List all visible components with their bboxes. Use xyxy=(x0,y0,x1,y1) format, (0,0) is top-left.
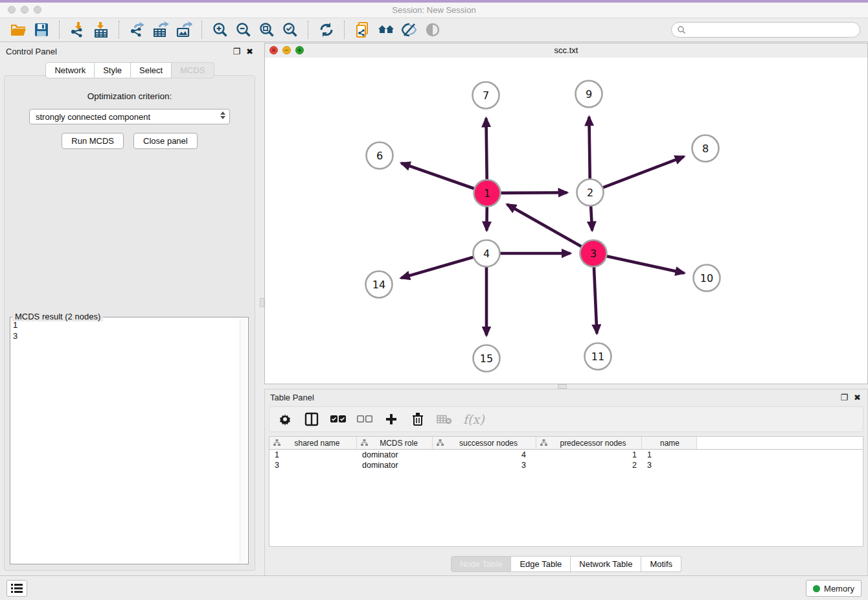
zoom-out-icon[interactable] xyxy=(234,20,253,40)
export-network-icon[interactable] xyxy=(128,20,147,40)
graph-node-11[interactable]: 11 xyxy=(585,343,611,370)
table-cell[interactable]: 2 xyxy=(536,460,642,470)
graph-edge-1-2[interactable] xyxy=(496,192,567,193)
graph-edge-1-7[interactable] xyxy=(486,118,486,183)
table-panel-title: Table Panel xyxy=(270,393,314,402)
mcds-panel-body: Optimization criterion: strongly connect… xyxy=(4,75,255,571)
table-cell[interactable]: 1 xyxy=(269,450,357,460)
table-cell[interactable]: 3 xyxy=(269,460,357,470)
network-graph[interactable]: 7968124314101511 xyxy=(265,58,867,384)
table-cell[interactable]: 1 xyxy=(536,450,642,460)
svg-text:10: 10 xyxy=(700,272,713,284)
table-cell[interactable]: dominator xyxy=(357,450,433,460)
splitter-grip[interactable] xyxy=(260,298,264,307)
status-bar: Memory xyxy=(0,575,868,600)
tab-edge-table[interactable]: Edge Table xyxy=(511,556,571,572)
deselect-all-icon[interactable] xyxy=(357,411,372,427)
network-view-window: × − + scc.txt 7968124314101511 xyxy=(264,43,868,384)
select-all-icon[interactable] xyxy=(330,411,346,427)
table-cell[interactable]: 1 xyxy=(642,450,697,460)
import-network-icon[interactable] xyxy=(68,20,87,40)
graph-node-1[interactable]: 1 xyxy=(474,180,501,207)
result-scrollbar[interactable] xyxy=(240,319,247,562)
refresh-icon[interactable] xyxy=(317,20,336,40)
graph-edge-3-10[interactable] xyxy=(602,255,684,273)
column-header-name[interactable]: name xyxy=(642,437,697,449)
zoom-selected-icon[interactable] xyxy=(280,20,300,40)
svg-text:6: 6 xyxy=(376,150,383,162)
tab-network[interactable]: Network xyxy=(45,62,95,78)
horizontal-splitter[interactable] xyxy=(264,384,868,389)
toolbar-separator xyxy=(344,21,345,39)
graph-edge-3-1[interactable] xyxy=(507,205,586,249)
tab-select[interactable]: Select xyxy=(131,62,172,78)
graph-node-9[interactable]: 9 xyxy=(576,81,602,108)
close-panel-button[interactable]: Close panel xyxy=(133,133,198,149)
graph-node-10[interactable]: 10 xyxy=(694,265,720,292)
tab-mcds[interactable]: MCDS xyxy=(172,62,214,78)
hide-style-icon[interactable] xyxy=(400,20,419,40)
tab-style[interactable]: Style xyxy=(95,62,131,78)
mcds-result-text: 1 3 xyxy=(13,319,240,562)
open-file-icon[interactable] xyxy=(8,20,28,40)
float-panel-icon[interactable]: ❐ xyxy=(233,47,240,56)
column-header-shared-name[interactable]: shared name xyxy=(269,437,357,449)
graph-edge-4-14[interactable] xyxy=(401,256,477,278)
duplicate-network-icon[interactable] xyxy=(353,20,372,40)
search-box[interactable] xyxy=(671,22,860,38)
table-cell[interactable]: 3 xyxy=(642,460,697,470)
optimization-criterion-select[interactable]: strongly connected component xyxy=(29,109,230,124)
svg-text:15: 15 xyxy=(480,352,493,365)
split-columns-icon[interactable] xyxy=(304,411,319,427)
graph-edge-3-11[interactable] xyxy=(594,262,597,333)
delete-column-icon[interactable] xyxy=(410,411,426,427)
graph-node-15[interactable]: 15 xyxy=(474,345,500,372)
table-settings-icon[interactable] xyxy=(277,411,293,427)
close-panel-icon[interactable]: ✖ xyxy=(854,393,861,402)
export-image-icon[interactable] xyxy=(174,20,194,40)
zoom-in-icon[interactable] xyxy=(211,20,230,40)
column-header-successor-nodes[interactable]: successor nodes xyxy=(433,437,536,449)
column-type-icon xyxy=(273,439,280,446)
network-window-titlebar[interactable]: × − + scc.txt xyxy=(265,43,867,58)
graph-node-14[interactable]: 14 xyxy=(366,271,393,298)
control-panel-tabs: Network Style Select MCDS xyxy=(0,62,260,78)
tab-network-table[interactable]: Network Table xyxy=(571,556,641,572)
tab-node-table[interactable]: Node Table xyxy=(451,556,512,572)
optimization-criterion-value: strongly connected component xyxy=(36,112,150,122)
close-panel-icon[interactable]: ✖ xyxy=(246,47,253,56)
table-cell[interactable]: dominator xyxy=(357,460,433,470)
graph-edge-2-9[interactable] xyxy=(589,117,589,183)
node-table[interactable]: shared nameMCDS rolesuccessor nodesprede… xyxy=(269,436,863,547)
svg-text:7: 7 xyxy=(483,89,489,102)
run-mcds-button[interactable]: Run MCDS xyxy=(62,133,124,149)
import-table-icon[interactable] xyxy=(91,20,111,40)
search-input[interactable] xyxy=(689,25,860,36)
graph-edge-1-6[interactable] xyxy=(402,163,479,190)
graph-node-4[interactable]: 4 xyxy=(474,240,500,267)
table-row[interactable]: 3dominator323 xyxy=(269,460,863,470)
table-cell[interactable]: 4 xyxy=(433,450,536,460)
column-type-icon xyxy=(540,439,547,446)
zoom-fit-icon[interactable] xyxy=(257,20,277,40)
tab-motifs[interactable]: Motifs xyxy=(641,556,681,572)
graph-node-3[interactable]: 3 xyxy=(580,240,607,267)
float-panel-icon[interactable]: ❐ xyxy=(840,393,848,402)
add-column-icon[interactable] xyxy=(383,411,399,427)
graph-edge-2-8[interactable] xyxy=(599,157,684,189)
graph-node-7[interactable]: 7 xyxy=(473,82,499,109)
column-header-MCDS-role[interactable]: MCDS role xyxy=(357,437,433,449)
table-row[interactable]: 1dominator411 xyxy=(269,450,863,460)
column-header-predecessor-nodes[interactable]: predecessor nodes xyxy=(536,437,642,449)
graph-node-2[interactable]: 2 xyxy=(577,179,604,206)
save-session-icon[interactable] xyxy=(32,20,51,40)
graph-node-8[interactable]: 8 xyxy=(692,135,719,162)
home-icon[interactable] xyxy=(376,20,396,40)
graph-node-6[interactable]: 6 xyxy=(367,143,393,169)
network-canvas[interactable]: 7968124314101511 xyxy=(265,58,867,384)
task-history-button[interactable] xyxy=(6,580,27,597)
splitter-grip[interactable] xyxy=(558,384,567,389)
memory-button[interactable]: Memory xyxy=(806,580,862,597)
table-cell[interactable]: 3 xyxy=(433,460,536,470)
export-table-icon[interactable] xyxy=(151,20,170,40)
